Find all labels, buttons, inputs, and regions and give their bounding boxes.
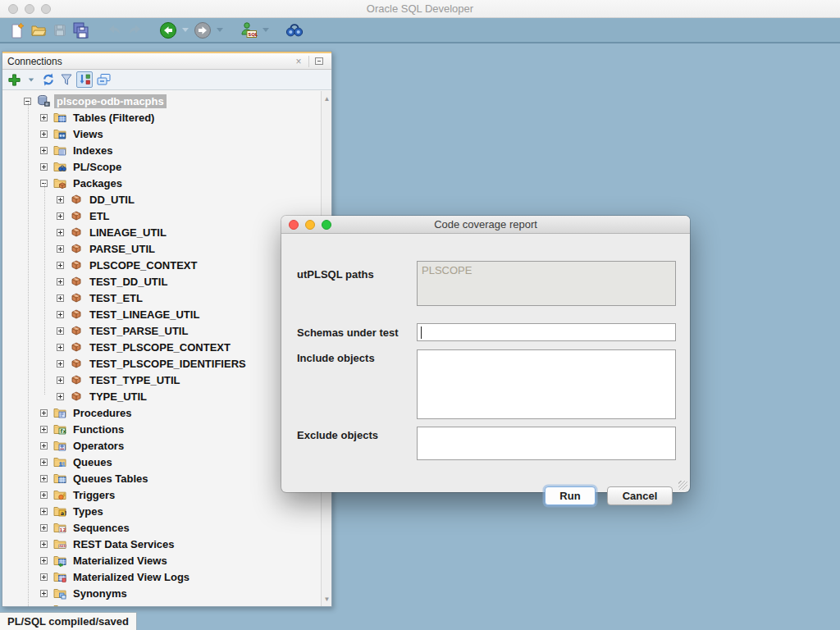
tree-item[interactable]: ETL bbox=[2, 208, 321, 224]
dialog-zoom-button[interactable] bbox=[322, 220, 331, 230]
tree-item[interactable]: TEST_PARSE_UTIL bbox=[2, 322, 321, 339]
schemas-under-test-input[interactable] bbox=[417, 323, 676, 341]
save-all-icon[interactable] bbox=[71, 20, 92, 41]
tree-item[interactable]: a?Types bbox=[2, 503, 321, 519]
tree-expander-icon[interactable] bbox=[57, 360, 64, 368]
sort-icon[interactable] bbox=[76, 71, 93, 88]
tree-item[interactable]: Triggers bbox=[2, 486, 321, 503]
tree-item[interactable]: fxFunctions bbox=[2, 421, 321, 437]
tree-expander-icon[interactable] bbox=[40, 459, 48, 466]
find-db-object-icon[interactable] bbox=[284, 20, 305, 41]
tree-expander-icon[interactable] bbox=[40, 442, 48, 450]
tree-expander-icon[interactable] bbox=[40, 114, 48, 121]
tree-item[interactable]: Materialized View Logs bbox=[2, 568, 321, 585]
tree-item[interactable]: Operators bbox=[2, 437, 321, 454]
tree-item[interactable]: Synonyms bbox=[2, 585, 321, 601]
panel-close-icon[interactable]: × bbox=[291, 55, 306, 68]
tree-item[interactable]: TEST_PLSCOPE_IDENTIFIERS bbox=[2, 355, 321, 372]
tree-expander-icon[interactable] bbox=[40, 524, 48, 532]
tree-item[interactable]: Indexes bbox=[2, 142, 321, 158]
tree-expander-icon[interactable] bbox=[57, 311, 64, 318]
tree-expander-icon[interactable] bbox=[57, 278, 64, 285]
include-objects-field[interactable] bbox=[417, 349, 676, 419]
tree-item[interactable]: Tables (Filtered) bbox=[2, 109, 321, 126]
tree-expander-icon[interactable] bbox=[40, 147, 48, 154]
tree-item[interactable]: TEST_TYPE_UTIL bbox=[2, 372, 321, 388]
tree-expander-icon[interactable] bbox=[57, 294, 64, 302]
tree-item[interactable]: PLSCOPE_CONTEXT bbox=[2, 257, 321, 273]
tree-item[interactable]: TYPE_UTIL bbox=[2, 388, 321, 404]
tree-expander-icon[interactable] bbox=[40, 573, 48, 581]
tree-expander-icon[interactable] bbox=[57, 377, 64, 384]
back-icon[interactable] bbox=[158, 20, 179, 41]
scroll-up-icon[interactable]: ▲ bbox=[322, 93, 331, 104]
tree-expander-icon[interactable] bbox=[40, 590, 48, 597]
tree-item[interactable]: TEST_ETL bbox=[2, 290, 321, 306]
dialog-minimize-button[interactable] bbox=[305, 220, 315, 230]
add-connection-icon[interactable] bbox=[7, 71, 22, 88]
tree-item[interactable]: Queues bbox=[2, 454, 321, 470]
tree-expander-icon[interactable] bbox=[40, 409, 48, 417]
collapse-all-icon[interactable] bbox=[95, 71, 112, 88]
tree-item[interactable]: 123Sequences bbox=[2, 519, 321, 536]
tree-item[interactable]: PL/Scope bbox=[2, 158, 321, 175]
new-sql-worksheet-icon[interactable]: SQL bbox=[238, 20, 259, 41]
run-button[interactable]: Run bbox=[545, 486, 596, 505]
tree-expander-icon[interactable] bbox=[40, 491, 48, 499]
close-window-button[interactable] bbox=[8, 4, 18, 14]
tree-expander-icon[interactable] bbox=[57, 262, 64, 269]
tree-expander-icon[interactable] bbox=[40, 508, 48, 515]
tree-expander-icon[interactable] bbox=[57, 212, 64, 220]
tree-expander-icon[interactable] bbox=[40, 475, 48, 482]
tree-item[interactable]: PARSE_UTIL bbox=[2, 240, 321, 257]
forward-dropdown-icon[interactable] bbox=[217, 28, 223, 32]
apply-filter-icon[interactable] bbox=[59, 71, 74, 88]
tree-item[interactable]: TEST_DD_UTIL bbox=[2, 273, 321, 290]
tree-item[interactable]: Packages bbox=[2, 175, 321, 191]
tree-expander-icon[interactable] bbox=[57, 229, 64, 236]
tree-item-label: Indexes bbox=[71, 144, 115, 158]
open-file-icon[interactable] bbox=[28, 20, 49, 41]
tree-expander-icon[interactable] bbox=[57, 344, 64, 351]
back-dropdown-icon[interactable] bbox=[182, 28, 189, 32]
add-connection-dropdown-icon[interactable] bbox=[29, 78, 34, 81]
tree-item[interactable]: Queues Tables bbox=[2, 470, 321, 486]
tree-expander-icon[interactable] bbox=[40, 557, 48, 564]
tree-item[interactable]: Public Synonyms bbox=[2, 601, 321, 606]
cancel-button[interactable]: Cancel bbox=[607, 486, 673, 505]
tree-item[interactable]: Views bbox=[2, 126, 321, 142]
tree-expander-icon[interactable] bbox=[40, 163, 48, 171]
tree-expander-icon[interactable] bbox=[40, 426, 48, 433]
connections-panel-header[interactable]: Connections × bbox=[2, 52, 331, 70]
tree-item[interactable]: Materialized Views bbox=[2, 552, 321, 568]
dialog-close-button[interactable] bbox=[289, 220, 299, 230]
tree-item[interactable]: Procedures bbox=[2, 404, 321, 421]
refresh-icon[interactable] bbox=[40, 71, 57, 88]
zoom-window-button[interactable] bbox=[41, 4, 51, 14]
tree-expander-icon[interactable] bbox=[57, 245, 64, 253]
tree-expander-icon[interactable] bbox=[40, 130, 48, 138]
tree-expander-icon[interactable] bbox=[40, 606, 48, 607]
forward-icon[interactable] bbox=[192, 20, 213, 41]
tree-item[interactable]: plscope-odb-macphs bbox=[2, 93, 321, 109]
redo-icon[interactable] bbox=[125, 20, 146, 41]
tree-item[interactable]: RESTREST Data Services bbox=[2, 536, 321, 552]
tree-item[interactable]: TEST_LINEAGE_UTIL bbox=[2, 306, 321, 322]
exclude-objects-field[interactable] bbox=[417, 427, 676, 460]
scroll-down-icon[interactable]: ▼ bbox=[322, 593, 331, 605]
tree-expander-icon[interactable] bbox=[57, 196, 64, 203]
save-icon[interactable] bbox=[49, 20, 71, 41]
undo-icon[interactable] bbox=[103, 20, 125, 41]
resize-grip[interactable] bbox=[678, 481, 687, 490]
tree-expander-icon[interactable] bbox=[40, 541, 48, 548]
tree-item[interactable]: LINEAGE_UTIL bbox=[2, 224, 321, 240]
tree-expander-icon[interactable] bbox=[57, 393, 64, 400]
minimize-window-button[interactable] bbox=[25, 4, 34, 14]
worksheet-dropdown-icon[interactable] bbox=[262, 28, 269, 32]
new-file-icon[interactable] bbox=[7, 20, 28, 41]
tree-item[interactable]: TEST_PLSCOPE_CONTEXT bbox=[2, 339, 321, 355]
panel-minimize-icon[interactable] bbox=[312, 55, 326, 68]
tree-expander-icon[interactable] bbox=[57, 327, 64, 335]
tree-item[interactable]: DD_UTIL bbox=[2, 191, 321, 208]
dialog-titlebar[interactable]: Code coverage report bbox=[281, 216, 690, 234]
